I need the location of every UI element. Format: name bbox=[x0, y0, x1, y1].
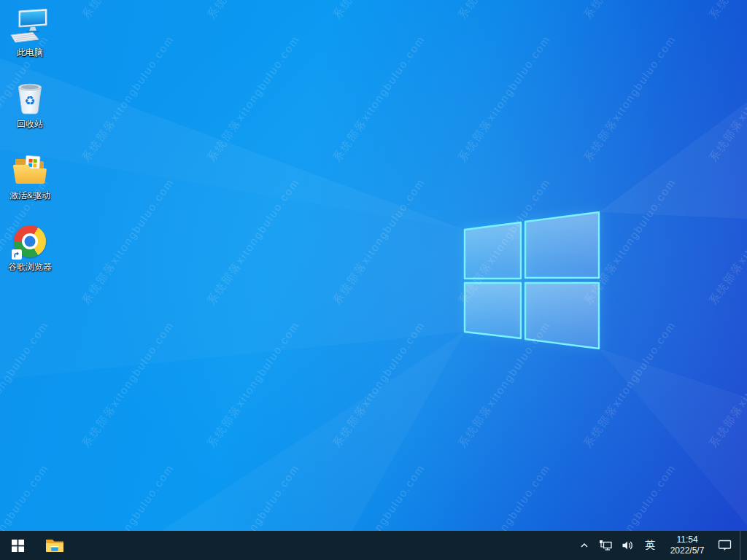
action-center-icon[interactable] bbox=[716, 531, 733, 560]
watermark-text: 系统部落xitongbuluo.com bbox=[204, 176, 302, 308]
watermark-text: 系统部落xitongbuluo.com bbox=[581, 176, 678, 308]
watermark-text: 系统部落xitongbuluo.com bbox=[330, 176, 427, 308]
watermark-text: 系统部落xitongbuluo.com bbox=[330, 33, 427, 165]
watermark-text: 系统部落xitongbuluo.com bbox=[706, 319, 747, 451]
taskbar-empty-area bbox=[72, 531, 578, 560]
watermark-text: 系统部落xitongbuluo.com bbox=[706, 33, 747, 165]
clock-time: 11:54 bbox=[676, 534, 697, 545]
watermark-text: 系统部落xitongbuluo.com bbox=[581, 0, 678, 22]
windows-start-icon bbox=[12, 540, 24, 552]
taskbar: 英 11:54 2022/5/7 bbox=[0, 531, 747, 560]
watermark-text: 系统部落xitongbuluo.com bbox=[204, 0, 302, 22]
watermark-layer: 系统部落xitongbuluo.com系统部落xitongbuluo.com系统… bbox=[0, 0, 747, 560]
clock[interactable]: 11:54 2022/5/7 bbox=[665, 534, 710, 556]
watermark-text: 系统部落xitongbuluo.com bbox=[455, 319, 553, 451]
watermark-text: 系统部落xitongbuluo.com bbox=[79, 33, 177, 165]
desktop: 系统部落xitongbuluo.com系统部落xitongbuluo.com系统… bbox=[0, 0, 747, 560]
chrome-icon bbox=[9, 222, 50, 260]
icon-label: 此电脑 bbox=[17, 47, 43, 58]
watermark-text: 系统部落xitongbuluo.com bbox=[204, 33, 302, 165]
watermark-text: 系统部落xitongbuluo.com bbox=[79, 0, 177, 22]
wallpaper-light-beams bbox=[0, 0, 747, 560]
start-button[interactable] bbox=[0, 531, 35, 560]
watermark-text: 系统部落xitongbuluo.com bbox=[455, 176, 553, 308]
watermark-text: 系统部落xitongbuluo.com bbox=[581, 319, 678, 451]
file-explorer-icon bbox=[45, 537, 64, 553]
watermark-text: 系统部落xitongbuluo.com bbox=[330, 319, 427, 451]
desktop-icon-recycle-bin[interactable]: ♻ 回收站 bbox=[1, 76, 58, 147]
clock-date: 2022/5/7 bbox=[670, 545, 705, 556]
language-indicator[interactable]: 英 bbox=[642, 531, 658, 560]
folder-icon bbox=[9, 151, 50, 189]
desktop-icon-chrome[interactable]: 谷歌浏览器 bbox=[1, 219, 58, 290]
watermark-text: 系统部落xitongbuluo.com bbox=[706, 0, 747, 22]
desktop-icon-this-pc[interactable]: 此电脑 bbox=[1, 4, 58, 76]
watermark-text: 系统部落xitongbuluo.com bbox=[204, 319, 302, 451]
this-pc-icon bbox=[9, 8, 50, 46]
file-explorer-button[interactable] bbox=[37, 531, 72, 560]
svg-text:♻: ♻ bbox=[24, 93, 35, 108]
icon-label: 回收站 bbox=[17, 119, 43, 129]
watermark-text: 系统部落xitongbuluo.com bbox=[79, 176, 177, 308]
watermark-text: 系统部落xitongbuluo.com bbox=[455, 0, 553, 22]
watermark-text: 系统部落xitongbuluo.com bbox=[79, 319, 177, 451]
icon-label: 谷歌浏览器 bbox=[8, 262, 52, 272]
recycle-bin-icon: ♻ bbox=[9, 79, 50, 117]
shortcut-arrow-icon bbox=[12, 249, 22, 260]
volume-icon[interactable] bbox=[620, 531, 635, 560]
system-tray: 英 11:54 2022/5/7 bbox=[578, 531, 747, 560]
watermark-text: 系统部落xitongbuluo.com bbox=[330, 0, 427, 22]
desktop-icon-activation-drivers[interactable]: 激活&驱动 bbox=[1, 147, 58, 219]
windows-logo bbox=[0, 0, 747, 560]
network-icon[interactable] bbox=[597, 531, 614, 560]
icon-label: 激活&驱动 bbox=[9, 190, 50, 201]
watermark-text: 系统部落xitongbuluo.com bbox=[581, 33, 678, 165]
watermark-text: 系统部落xitongbuluo.com bbox=[706, 176, 747, 308]
watermark-text: 系统部落xitongbuluo.com bbox=[455, 33, 553, 165]
show-desktop-button[interactable] bbox=[740, 531, 743, 560]
tray-chevron-up-icon[interactable] bbox=[578, 531, 591, 560]
watermark-text: 系统部落xitongbuluo.com bbox=[0, 319, 52, 451]
desktop-icons: 此电脑 ♻ 回收站 bbox=[1, 4, 58, 290]
